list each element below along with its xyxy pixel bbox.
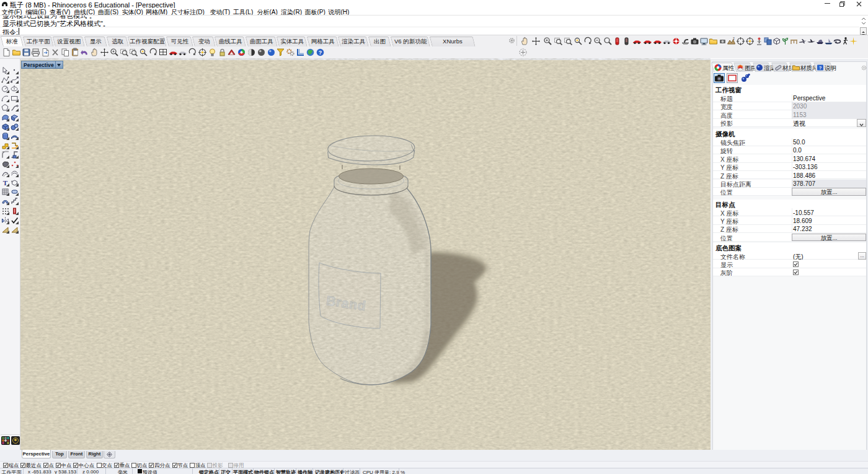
svg-text:?: ? (819, 65, 822, 71)
svg-text:?: ? (318, 50, 322, 56)
svg-text:2: 2 (733, 37, 735, 40)
